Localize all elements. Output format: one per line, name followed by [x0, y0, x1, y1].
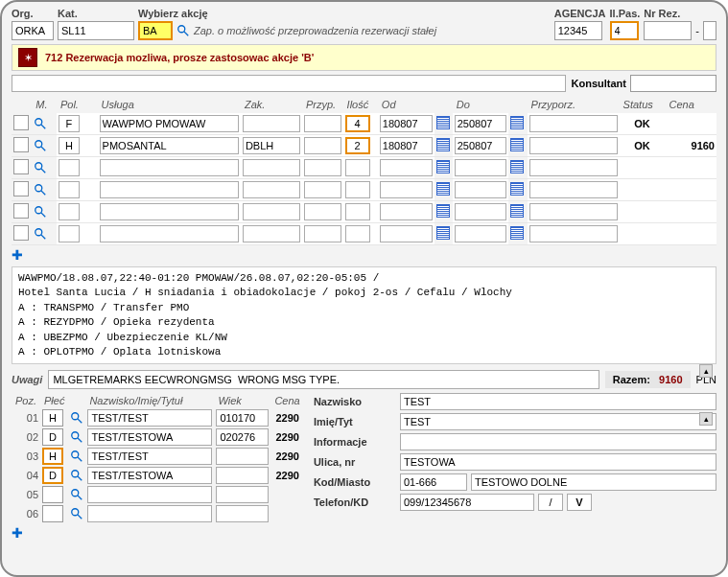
calendar-icon[interactable]: [436, 160, 450, 173]
ulica-input[interactable]: [400, 453, 716, 471]
do-input[interactable]: [455, 137, 507, 154]
row-select-button[interactable]: [13, 181, 29, 196]
search-icon[interactable]: [34, 139, 47, 152]
pol-input[interactable]: [59, 137, 80, 154]
calendar-icon[interactable]: [510, 182, 524, 196]
przyporz-input[interactable]: [529, 225, 618, 242]
konsultant-input[interactable]: [630, 75, 716, 92]
info-input[interactable]: [400, 433, 716, 450]
ilosc-input[interactable]: [345, 159, 370, 176]
przyporz-input[interactable]: [529, 181, 618, 198]
plec-input[interactable]: [42, 505, 63, 522]
search-icon[interactable]: [34, 205, 47, 219]
row-select-button[interactable]: [13, 115, 29, 130]
calendar-icon[interactable]: [436, 182, 450, 196]
search-icon[interactable]: [34, 183, 47, 196]
calendar-icon[interactable]: [436, 138, 450, 151]
long-blank-input[interactable]: [12, 75, 566, 92]
przyp-input[interactable]: [304, 225, 341, 242]
akcja-input[interactable]: [138, 21, 173, 40]
zak-input[interactable]: [243, 115, 300, 132]
przyporz-input[interactable]: [529, 203, 618, 220]
zak-input[interactable]: [243, 225, 300, 242]
calendar-icon[interactable]: [510, 226, 524, 240]
miasto-input[interactable]: [471, 473, 716, 491]
row-select-button[interactable]: [13, 159, 29, 174]
row-select-button[interactable]: [13, 137, 29, 152]
search-icon[interactable]: [34, 227, 47, 241]
imie-input[interactable]: [400, 413, 716, 430]
usluga-input[interactable]: [100, 225, 239, 242]
pax-name-input[interactable]: [87, 428, 212, 446]
od-input[interactable]: [380, 181, 433, 198]
pax-name-input[interactable]: [87, 486, 212, 503]
zak-input[interactable]: [243, 159, 300, 176]
pax-wiek-input[interactable]: [216, 448, 269, 465]
do-input[interactable]: [455, 203, 507, 220]
search-icon[interactable]: [70, 507, 83, 520]
calendar-icon[interactable]: [510, 138, 524, 151]
pax-name-input[interactable]: [87, 409, 212, 427]
pax-name-input[interactable]: [87, 448, 212, 465]
od-input[interactable]: [380, 203, 433, 220]
od-input[interactable]: [380, 115, 433, 132]
przyp-input[interactable]: [304, 137, 341, 154]
tel-input[interactable]: [400, 494, 534, 511]
przyp-input[interactable]: [304, 159, 341, 176]
od-input[interactable]: [380, 137, 433, 154]
pol-input[interactable]: [59, 159, 80, 176]
agencja-input[interactable]: [554, 21, 602, 40]
usluga-input[interactable]: [100, 137, 239, 154]
od-input[interactable]: [380, 159, 433, 176]
plec-input[interactable]: [42, 467, 63, 484]
calendar-icon[interactable]: [510, 116, 524, 129]
pax-wiek-input[interactable]: [216, 505, 269, 522]
search-icon[interactable]: [70, 411, 83, 425]
pax-name-input[interactable]: [87, 467, 212, 484]
calendar-icon[interactable]: [510, 204, 524, 218]
plec-input[interactable]: [42, 428, 63, 446]
uwagi-input[interactable]: [48, 370, 599, 389]
pax-wiek-input[interactable]: [216, 428, 269, 446]
calendar-icon[interactable]: [436, 204, 450, 218]
search-icon[interactable]: [34, 117, 47, 130]
kat-input[interactable]: [58, 21, 134, 40]
pol-input[interactable]: [59, 181, 80, 198]
pol-input[interactable]: [59, 115, 80, 132]
zak-input[interactable]: [243, 203, 300, 220]
przyporz-input[interactable]: [529, 137, 618, 154]
add-pax-button[interactable]: ✚: [12, 523, 304, 542]
plec-input[interactable]: [42, 448, 63, 465]
org-input[interactable]: [12, 21, 54, 40]
nrrez2-input[interactable]: [703, 21, 716, 40]
usluga-input[interactable]: [100, 203, 239, 220]
calendar-icon[interactable]: [436, 226, 450, 240]
pax-name-input[interactable]: [87, 505, 212, 522]
pax-wiek-input[interactable]: [216, 486, 269, 503]
nazwisko-input[interactable]: [400, 393, 716, 410]
ilosc-input[interactable]: [345, 137, 370, 154]
usluga-input[interactable]: [100, 181, 239, 198]
do-input[interactable]: [455, 159, 507, 176]
ilosc-input[interactable]: [345, 203, 370, 220]
search-icon[interactable]: [176, 24, 190, 37]
przyporz-input[interactable]: [529, 115, 618, 132]
ilpas-input[interactable]: [610, 21, 639, 40]
kod-input[interactable]: [400, 473, 467, 491]
zak-input[interactable]: [243, 181, 300, 198]
plec-input[interactable]: [42, 486, 63, 503]
scroll-up-pax-icon[interactable]: ▴: [699, 412, 713, 426]
od-input[interactable]: [380, 225, 433, 242]
calendar-icon[interactable]: [510, 160, 524, 173]
zak-input[interactable]: [243, 137, 300, 154]
tel-k2-input[interactable]: [567, 494, 592, 511]
search-icon[interactable]: [70, 450, 83, 463]
search-icon[interactable]: [34, 161, 47, 174]
pol-input[interactable]: [59, 225, 80, 242]
search-icon[interactable]: [70, 488, 83, 501]
przyporz-input[interactable]: [529, 159, 618, 176]
przyp-input[interactable]: [304, 115, 341, 132]
do-input[interactable]: [455, 115, 507, 132]
tel-k1-input[interactable]: [538, 494, 563, 511]
row-select-button[interactable]: [13, 203, 29, 219]
